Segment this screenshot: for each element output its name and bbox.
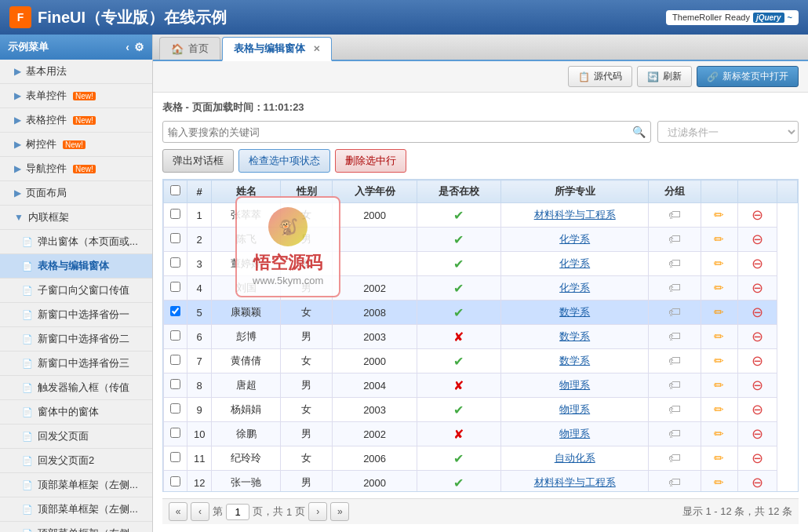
sidebar-item-back-parent2[interactable]: 📄 回发父页面2 (0, 449, 152, 473)
sidebar-item-iframe[interactable]: ▼ 内联框架 (0, 206, 152, 230)
sidebar-item-window-in-window[interactable]: 📄 窗体中的窗体 (0, 400, 152, 425)
edit-icon[interactable]: ✏ (714, 378, 724, 392)
row-checkbox[interactable] (170, 330, 180, 341)
sidebar-item-top-menu3[interactable]: 📄 顶部菜单框架（左侧... (0, 522, 152, 532)
delete-icon[interactable]: ⊖ (752, 450, 763, 466)
delete-icon[interactable]: ⊖ (752, 377, 763, 393)
page-input[interactable] (226, 504, 249, 520)
search-icon[interactable]: 🔍 (632, 126, 646, 138)
sidebar-item-back-parent[interactable]: 📄 回发父页面 (0, 425, 152, 449)
row-checkbox[interactable] (170, 379, 180, 389)
prev-page-button[interactable]: ‹ (191, 502, 209, 521)
sidebar-item-basic[interactable]: ▶ 基本用法 (0, 60, 152, 84)
edit-icon[interactable]: ✏ (714, 232, 724, 246)
edit-icon[interactable]: ✏ (714, 476, 724, 489)
row-checkbox[interactable] (170, 452, 180, 462)
sidebar-item-new-window1[interactable]: 📄 新窗口中选择省份一 (0, 303, 152, 327)
delete-icon[interactable]: ⊖ (752, 207, 763, 223)
tag-icon[interactable]: 🏷 (668, 232, 681, 246)
delete-icon[interactable]: ⊖ (752, 353, 763, 369)
major-link[interactable]: 材料科学与工程系 (534, 209, 616, 220)
sidebar-item-form[interactable]: ▶ 表单控件 New! (0, 84, 152, 108)
delete-icon[interactable]: ⊖ (752, 402, 763, 417)
sidebar-item-trigger[interactable]: 📄 触发器输入框（传值 (0, 376, 152, 400)
tag-icon[interactable]: 🏷 (668, 305, 681, 319)
edit-icon[interactable]: ✏ (714, 427, 724, 440)
tag-icon[interactable]: 🏷 (668, 403, 681, 416)
tab-home[interactable]: 🏠 首页 (159, 37, 220, 60)
delete-icon[interactable]: ⊖ (752, 304, 763, 320)
major-link[interactable]: 化学系 (559, 257, 590, 269)
sidebar-item-grid[interactable]: ▶ 表格控件 New! (0, 108, 152, 133)
sidebar-item-top-menu1[interactable]: 📄 顶部菜单框架（左侧... (0, 473, 152, 497)
major-link[interactable]: 自动化系 (555, 452, 595, 464)
delete-selected-button[interactable]: 删除选中行 (335, 149, 406, 173)
edit-icon[interactable]: ✏ (714, 208, 724, 221)
tag-icon[interactable]: 🏷 (668, 378, 681, 392)
sidebar-item-child-parent[interactable]: 📄 子窗口向父窗口传值 (0, 279, 152, 303)
row-checkbox[interactable] (170, 257, 180, 268)
sidebar-item-tree[interactable]: ▶ 树控件 New! (0, 133, 152, 157)
select-all-checkbox[interactable] (170, 185, 180, 195)
tag-icon[interactable]: 🏷 (668, 427, 681, 440)
tab-close-icon[interactable]: ✕ (313, 44, 320, 54)
next-page-button[interactable]: › (308, 502, 327, 521)
check-selected-button[interactable]: 检查选中项状态 (238, 149, 330, 173)
edit-icon[interactable]: ✏ (714, 305, 724, 319)
edit-icon[interactable]: ✏ (714, 354, 724, 367)
sidebar-item-table-edit[interactable]: 📄 表格与编辑窗体 (0, 254, 152, 279)
row-checkbox[interactable] (170, 476, 180, 486)
major-link[interactable]: 物理系 (559, 379, 590, 391)
sidebar-item-top-menu2[interactable]: 📄 顶部菜单框架（左侧... (0, 497, 152, 522)
row-checkbox[interactable] (170, 282, 180, 292)
major-link[interactable]: 数学系 (559, 330, 590, 342)
row-checkbox[interactable] (170, 306, 180, 316)
row-checkbox[interactable] (170, 403, 180, 414)
major-link[interactable]: 数学系 (559, 306, 590, 318)
delete-icon[interactable]: ⊖ (752, 475, 763, 490)
tab-table-edit[interactable]: 表格与编辑窗体 ✕ (222, 37, 332, 61)
edit-icon[interactable]: ✏ (714, 451, 724, 465)
tag-icon[interactable]: 🏷 (668, 354, 681, 367)
delete-icon[interactable]: ⊖ (752, 426, 763, 442)
sidebar-collapse-icon[interactable]: ‹ (126, 41, 129, 53)
sidebar-item-layout[interactable]: ▶ 页面布局 (0, 181, 152, 206)
row-checkbox[interactable] (170, 233, 180, 243)
sidebar-item-new-window2[interactable]: 📄 新窗口中选择省份二 (0, 327, 152, 352)
edit-icon[interactable]: ✏ (714, 281, 724, 294)
major-link[interactable]: 物理系 (559, 403, 590, 415)
sidebar-settings-icon[interactable]: ⚙ (134, 41, 144, 53)
tag-icon[interactable]: 🏷 (668, 451, 681, 465)
popup-dialog-button[interactable]: 弹出对话框 (162, 149, 234, 173)
edit-icon[interactable]: ✏ (714, 257, 724, 270)
filter-select[interactable]: 过滤条件一 (657, 121, 799, 143)
search-input[interactable] (168, 126, 632, 138)
row-checkbox[interactable] (170, 209, 180, 219)
edit-icon[interactable]: ✏ (714, 330, 724, 343)
delete-icon[interactable]: ⊖ (752, 280, 763, 296)
row-checkbox[interactable] (170, 355, 180, 365)
refresh-button[interactable]: 🔄 刷新 (637, 66, 692, 87)
major-link[interactable]: 数学系 (559, 355, 590, 366)
source-code-button[interactable]: 📋 源代码 (568, 66, 632, 87)
delete-icon[interactable]: ⊖ (752, 231, 763, 247)
tag-icon[interactable]: 🏷 (668, 257, 681, 270)
tag-icon[interactable]: 🏷 (668, 476, 681, 489)
tag-icon[interactable]: 🏷 (668, 208, 681, 221)
last-page-button[interactable]: » (330, 502, 349, 521)
major-link[interactable]: 物理系 (559, 428, 590, 439)
sidebar-item-popup[interactable]: 📄 弹出窗体（本页面或... (0, 230, 152, 254)
sidebar-item-new-window3[interactable]: 📄 新窗口中选择省份三 (0, 352, 152, 376)
row-checkbox[interactable] (170, 428, 180, 438)
new-tab-button[interactable]: 🔗 新标签页中打开 (697, 66, 799, 87)
sidebar-item-nav[interactable]: ▶ 导航控件 New! (0, 157, 152, 181)
first-page-button[interactable]: « (169, 502, 187, 521)
tag-icon[interactable]: 🏷 (668, 330, 681, 343)
major-link[interactable]: 化学系 (559, 233, 590, 245)
edit-icon[interactable]: ✏ (714, 403, 724, 416)
delete-icon[interactable]: ⊖ (752, 329, 763, 344)
tag-icon[interactable]: 🏷 (668, 281, 681, 294)
delete-icon[interactable]: ⊖ (752, 256, 763, 271)
major-link[interactable]: 材料科学与工程系 (534, 476, 616, 488)
major-link[interactable]: 化学系 (559, 282, 590, 293)
